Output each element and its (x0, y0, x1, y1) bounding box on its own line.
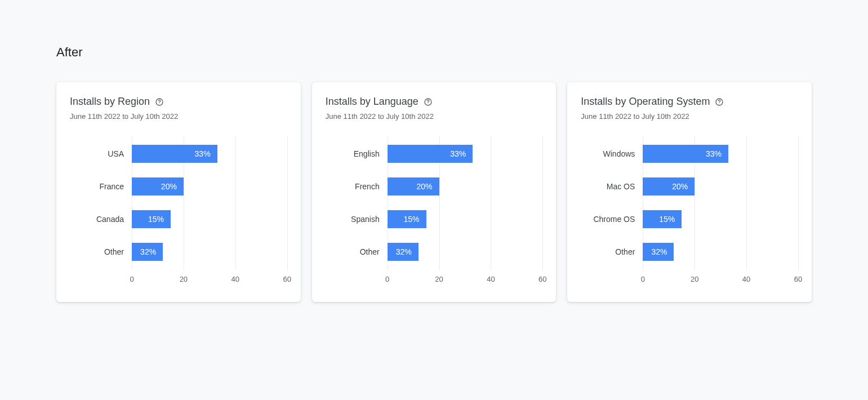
bar-track: 20% (388, 177, 543, 195)
bar-track: 33% (388, 145, 543, 163)
bar-row: USA 33% (70, 137, 287, 170)
bar-value-label: 20% (417, 182, 433, 191)
bar-label: Mac OS (581, 182, 643, 191)
svg-point-5 (719, 103, 720, 104)
bars-region: English 33% French 20% Spanish 15% (326, 137, 543, 268)
bar-fill: 33% (132, 145, 217, 163)
bar-track: 32% (643, 243, 798, 261)
bar-value-label: 33% (195, 149, 211, 158)
bar-track: 20% (132, 177, 287, 195)
axis-tick: 0 (385, 275, 389, 283)
card-title: Installs by Operating System (581, 96, 710, 108)
axis-ticks: 0 20 40 60 (643, 275, 798, 286)
bar-track: 33% (643, 145, 798, 163)
bar-label: English (326, 149, 388, 158)
chart-area: Windows 33% Mac OS 20% Chrome OS 15% (581, 137, 798, 286)
bar-label: French (326, 182, 388, 191)
bar-row: Spanish 15% (326, 203, 543, 235)
card-title: Installs by Region (70, 96, 150, 108)
axis-tick: 40 (232, 275, 239, 283)
bars-region: Windows 33% Mac OS 20% Chrome OS 15% (581, 137, 798, 268)
axis-tick: 0 (130, 275, 133, 283)
chart-area: English 33% French 20% Spanish 15% (326, 137, 543, 286)
bar-value-label: 32% (140, 247, 156, 256)
bar-value-label: 33% (450, 149, 466, 158)
bar-fill: 15% (643, 210, 682, 228)
card-header: Installs by Region (70, 96, 287, 108)
axis-tick: 60 (794, 275, 802, 283)
bars-region: USA 33% France 20% Canada 15% (70, 137, 287, 268)
bar-row: Chrome OS 15% (581, 203, 798, 235)
card-header: Installs by Operating System (581, 96, 798, 108)
bar-fill: 20% (643, 177, 695, 195)
bar-value-label: 33% (706, 149, 722, 158)
card-subtitle: June 11th 2022 to July 10th 2022 (70, 112, 287, 121)
axis-tick: 20 (180, 275, 188, 283)
bar-track: 15% (132, 210, 287, 228)
card-installs-by-operating-system: Installs by Operating System June 11th 2… (567, 82, 812, 302)
bar-track: 33% (132, 145, 287, 163)
axis-ticks: 0 20 40 60 (388, 275, 543, 286)
axis-tick: 20 (691, 275, 698, 283)
bar-label: Chrome OS (581, 215, 643, 224)
bar-fill: 32% (643, 243, 674, 261)
bar-track: 32% (388, 243, 543, 261)
card-installs-by-language: Installs by Language June 11th 2022 to J… (312, 82, 557, 302)
bar-value-label: 20% (161, 182, 177, 191)
bar-label: Other (70, 247, 132, 256)
bar-value-label: 15% (148, 215, 164, 224)
bar-value-label: 32% (396, 247, 412, 256)
bar-row: Other 32% (70, 235, 287, 268)
axis-tick: 60 (283, 275, 291, 283)
page-title: After (56, 45, 812, 60)
bar-row: Canada 15% (70, 203, 287, 235)
gridline (798, 135, 799, 270)
bar-value-label: 20% (672, 182, 688, 191)
bar-fill: 32% (132, 243, 163, 261)
bar-row: France 20% (70, 170, 287, 203)
bar-fill: 20% (132, 177, 184, 195)
bar-row: Mac OS 20% (581, 170, 798, 203)
x-axis: 0 20 40 60 (70, 275, 287, 286)
svg-point-3 (428, 103, 428, 104)
card-installs-by-region: Installs by Region June 11th 2022 to Jul… (56, 82, 301, 302)
bar-fill: 33% (388, 145, 473, 163)
axis-tick: 0 (641, 275, 645, 283)
bar-track: 20% (643, 177, 798, 195)
help-icon[interactable] (423, 97, 433, 107)
bar-track: 15% (643, 210, 798, 228)
bar-row: English 33% (326, 137, 543, 170)
chart-area: USA 33% France 20% Canada 15% (70, 137, 287, 286)
cards-container: Installs by Region June 11th 2022 to Jul… (56, 82, 812, 302)
axis-tick: 40 (487, 275, 495, 283)
bar-track: 15% (388, 210, 543, 228)
bar-fill: 15% (388, 210, 426, 228)
axis-ticks: 0 20 40 60 (132, 275, 287, 286)
bar-track: 32% (132, 243, 287, 261)
bar-label: Canada (70, 215, 132, 224)
card-header: Installs by Language (326, 96, 543, 108)
bar-fill: 15% (132, 210, 171, 228)
x-axis: 0 20 40 60 (581, 275, 798, 286)
gridline (542, 135, 543, 270)
bar-fill: 33% (643, 145, 728, 163)
card-title: Installs by Language (326, 96, 419, 108)
card-subtitle: June 11th 2022 to July 10th 2022 (326, 112, 543, 121)
axis-tick: 20 (435, 275, 443, 283)
axis-tick: 40 (742, 275, 750, 283)
bar-row: Other 32% (326, 235, 543, 268)
axis-tick: 60 (538, 275, 546, 283)
bar-label: France (70, 182, 132, 191)
bar-value-label: 32% (651, 247, 667, 256)
bar-fill: 20% (388, 177, 439, 195)
bar-label: Other (581, 247, 643, 256)
help-icon[interactable] (154, 97, 164, 107)
help-icon[interactable] (714, 97, 724, 107)
bar-row: Windows 33% (581, 137, 798, 170)
bar-label: USA (70, 149, 132, 158)
card-subtitle: June 11th 2022 to July 10th 2022 (581, 112, 798, 121)
bar-value-label: 15% (404, 215, 420, 224)
gridline (287, 135, 288, 270)
bar-row: French 20% (326, 170, 543, 203)
bar-label: Windows (581, 149, 643, 158)
